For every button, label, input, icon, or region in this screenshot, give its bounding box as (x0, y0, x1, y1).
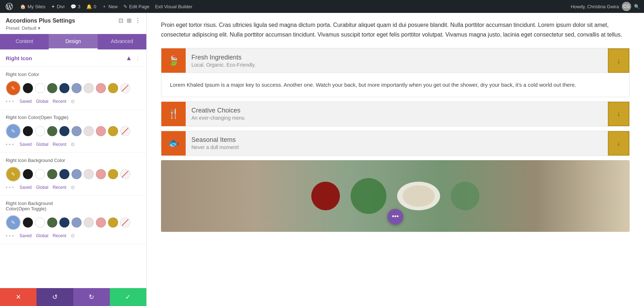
color-swatch-black-4[interactable] (23, 217, 33, 228)
color-swatch-dark-blue-4[interactable] (59, 217, 69, 228)
color-swatch-black-2[interactable] (23, 126, 33, 136)
new-menu[interactable]: ＋ New (102, 3, 118, 10)
right-icon-color-open-toggle-main-swatch[interactable]: ✎ (6, 124, 21, 139)
color-swatch-light-pink-4[interactable] (96, 217, 106, 228)
color-swatch-light-pink-3[interactable] (96, 169, 106, 179)
accordion-arrow-seasonal-items[interactable]: ↓ (608, 131, 629, 156)
global-tab[interactable]: Global (36, 99, 49, 104)
accordion-arrow-creative-choices[interactable]: ↓ (608, 102, 629, 126)
page-content-area: Proin eget tortor risus. Cras ultricies … (147, 13, 644, 306)
accordion-arrow-fresh-ingredients[interactable]: ↓ (608, 48, 629, 73)
color-swatch-none-2[interactable] (120, 126, 130, 136)
right-icon-bg-color-picker-row: ✎ (6, 167, 141, 182)
saved-tab[interactable]: Saved (19, 99, 31, 104)
my-sites-menu[interactable]: 🏠 My Sites (20, 4, 45, 9)
color-swatch-light-pink[interactable] (96, 83, 106, 93)
edit-page-button[interactable]: ✎ Edit Page (123, 4, 149, 9)
minimize-icon[interactable]: ⊡ (118, 17, 123, 24)
pencil-icon: ✎ (11, 85, 15, 91)
color-swatch-white-4[interactable] (35, 217, 45, 228)
recent-tab-4[interactable]: Recent (53, 233, 66, 238)
color-swatch-dark-green-4[interactable] (47, 217, 57, 228)
color-gear-icon-4[interactable]: ⚙ (70, 233, 75, 239)
color-swatch-black-3[interactable] (23, 169, 33, 179)
color-swatch-light-gray[interactable] (84, 83, 94, 93)
color-swatch-white-2[interactable] (35, 126, 45, 136)
right-icon-color-main-swatch[interactable]: ✎ (6, 81, 21, 96)
notifications-menu[interactable]: 🔔 0 (86, 4, 96, 9)
color-swatch-gold[interactable] (108, 83, 118, 93)
accordion-header-creative-choices[interactable]: 🍴 Creative Choices An ever-changing menu… (161, 102, 629, 126)
color-swatch-light-gray-3[interactable] (84, 169, 94, 179)
tab-content[interactable]: Content (0, 34, 49, 49)
accordion-icon-seasonal-items: 🐟 (161, 131, 186, 156)
tab-design[interactable]: Design (49, 34, 97, 49)
color-gear-icon-2[interactable]: ⚙ (70, 142, 75, 147)
color-swatch-dark-blue-2[interactable] (59, 126, 69, 136)
color-swatch-none[interactable] (120, 83, 130, 93)
color-gear-icon[interactable]: ⚙ (70, 99, 75, 104)
color-swatch-none-4[interactable] (120, 217, 130, 228)
recent-tab-2[interactable]: Recent (53, 142, 66, 147)
tab-advanced[interactable]: Advanced (98, 34, 146, 49)
color-swatch-light-pink-2[interactable] (96, 126, 106, 136)
color-swatch-white[interactable] (35, 83, 45, 93)
color-swatch-gold-3[interactable] (108, 169, 118, 179)
color-dots-button-2[interactable]: • • • (6, 142, 14, 147)
global-tab-2[interactable]: Global (36, 142, 49, 147)
wordpress-logo[interactable] (4, 1, 14, 11)
save-icon: ✓ (125, 293, 131, 301)
accordion-header-seasonal-items[interactable]: 🐟 Seasonal Items Never a dull moment! ↓ (161, 131, 629, 156)
accordion-item-fresh-ingredients: 🍃 Fresh Ingredients Local. Organic. Eco-… (161, 48, 630, 97)
section-collapse-button[interactable]: ▲ (126, 54, 132, 62)
cancel-button[interactable]: ✕ (0, 288, 36, 306)
undo-button[interactable]: ↺ (36, 288, 73, 306)
color-swatch-light-blue-4[interactable] (72, 217, 82, 228)
notifications-count: 0 (94, 4, 96, 9)
preset-selector[interactable]: Preset: Default ▾ (6, 25, 141, 31)
color-swatch-dark-blue[interactable] (59, 83, 69, 93)
color-swatch-light-blue-3[interactable] (72, 169, 82, 179)
save-button[interactable]: ✓ (110, 288, 146, 306)
recent-tab[interactable]: Recent (53, 99, 66, 104)
right-icon-bg-color-main-swatch[interactable]: ✎ (6, 167, 21, 182)
redo-button[interactable]: ↻ (73, 288, 110, 306)
color-swatch-light-blue-2[interactable] (72, 126, 82, 136)
section-menu-button[interactable]: ⋮ (135, 55, 141, 62)
grid-icon[interactable]: ⊞ (127, 17, 131, 24)
saved-tab-4[interactable]: Saved (19, 233, 31, 238)
color-swatch-black[interactable] (23, 83, 33, 93)
global-tab-3[interactable]: Global (36, 185, 49, 190)
right-icon-bg-color-open-toggle-main-swatch[interactable]: ✎ (6, 215, 21, 230)
search-icon[interactable]: 🔍 (634, 4, 640, 9)
color-dots-button-4[interactable]: • • • (6, 233, 14, 239)
fork-icon: 🍴 (168, 108, 179, 119)
accordion-header-fresh-ingredients[interactable]: 🍃 Fresh Ingredients Local. Organic. Eco-… (161, 48, 629, 73)
more-options-icon[interactable]: ⋮ (135, 17, 141, 24)
avatar[interactable]: CG (622, 2, 631, 11)
color-swatch-gold-2[interactable] (108, 126, 118, 136)
color-swatch-dark-blue-3[interactable] (59, 169, 69, 179)
accordion-icon-creative-choices: 🍴 (161, 102, 186, 126)
recent-tab-3[interactable]: Recent (53, 185, 66, 190)
exit-builder-button[interactable]: Exit Visual Builder (155, 4, 192, 9)
color-swatch-light-gray-4[interactable] (84, 217, 94, 228)
color-gear-icon-3[interactable]: ⚙ (70, 185, 75, 190)
saved-tab-2[interactable]: Saved (19, 142, 31, 147)
right-icon-bg-color-open-toggle-label: Right Icon Background Color(Open Toggle) (6, 201, 141, 211)
color-swatch-dark-green-2[interactable] (47, 126, 57, 136)
color-swatch-light-blue[interactable] (72, 83, 82, 93)
saved-tab-3[interactable]: Saved (19, 185, 31, 190)
color-dots-button[interactable]: • • • (6, 99, 14, 104)
color-swatch-dark-green-3[interactable] (47, 169, 57, 179)
color-swatch-none-3[interactable] (120, 169, 130, 179)
global-tab-4[interactable]: Global (36, 233, 49, 238)
color-swatch-gold-4[interactable] (108, 217, 118, 228)
color-dots-button-3[interactable]: • • • (6, 185, 14, 190)
color-swatch-dark-green[interactable] (47, 83, 57, 93)
color-swatch-white-3[interactable] (35, 169, 45, 179)
floating-action-button[interactable]: ••• (387, 209, 403, 225)
divi-menu[interactable]: ✦ Divi (51, 4, 65, 9)
color-swatch-light-gray-2[interactable] (84, 126, 94, 136)
comments-menu[interactable]: 💬 3 (70, 4, 80, 9)
